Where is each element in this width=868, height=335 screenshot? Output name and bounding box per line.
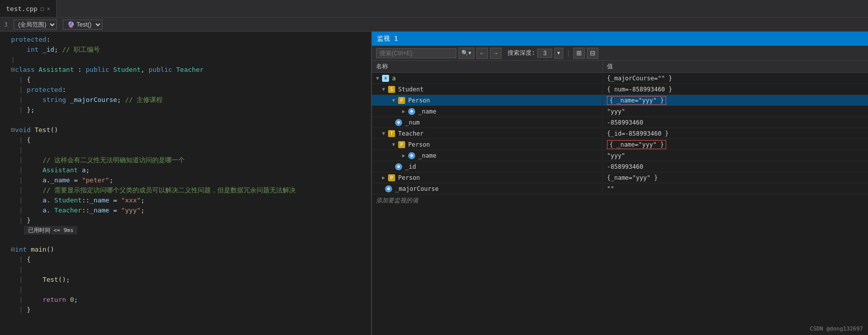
depth-dropdown-button[interactable]: ▾ [554, 48, 563, 59]
expand-arrow-name[interactable] [402, 153, 405, 158]
code-line: ⊟int main() [4, 245, 371, 255]
field-icon: ● [395, 163, 402, 170]
class-icon: P [398, 97, 405, 104]
code-line: | protected: [4, 85, 371, 95]
code-line: | // 这样会有二义性无法明确知道访问的是哪一个 [4, 155, 371, 165]
watch-cell-value: -858993460 [603, 119, 868, 127]
watch-row-person-teacher[interactable]: P Person { _name="yyy" } [372, 139, 868, 150]
watch-cell-name: ● _name [372, 152, 603, 160]
watch-column-header: 名称 值 [372, 61, 868, 73]
var-icon: a [382, 75, 389, 82]
watch-cell-name: ● _num [372, 119, 603, 127]
expand-arrow-person-teacher[interactable] [392, 142, 395, 147]
code-line [4, 235, 371, 245]
expand-arrow-a[interactable] [376, 75, 379, 81]
expand-arrow-person-student[interactable] [392, 97, 395, 103]
code-line: | { [4, 255, 371, 265]
watch-cell-name: ● _name [372, 107, 603, 116]
column-name-header: 名称 [372, 62, 603, 71]
watch-option-btn2[interactable]: ⊟ [587, 48, 598, 59]
search-depth-input[interactable] [537, 49, 552, 58]
search-options-button[interactable]: 🔍▾ [458, 48, 474, 59]
file-tab[interactable]: test.cpp □ × [0, 0, 57, 17]
watch-cell-value: {_id=-858993460 } [603, 130, 868, 138]
field-icon: ● [385, 185, 392, 192]
code-line: | [4, 55, 371, 65]
code-line: protected: [4, 35, 371, 45]
class-icon: S [388, 86, 395, 93]
watch-row-person-student[interactable]: P Person { _name="yyy" } [372, 95, 868, 106]
code-line: | } [4, 305, 371, 315]
watch-option-btn1[interactable]: ⊞ [573, 48, 585, 59]
expand-arrow-teacher[interactable] [382, 131, 385, 136]
code-line: | a._name = "peter"; [4, 175, 371, 185]
tab-filename: test.cpp [6, 5, 38, 13]
search-depth-label: 搜索深度: [508, 49, 535, 57]
watch-row-student[interactable]: S Student { num=-858993460 } [372, 84, 868, 95]
class-icon: P [398, 141, 405, 148]
watch-row-teacher[interactable]: T Teacher {_id=-858993460 } [372, 128, 868, 139]
watch-row-person-a[interactable]: P Person {_name="yyy" } [372, 172, 868, 183]
expand-arrow-name[interactable] [402, 108, 405, 114]
elapsed-label: 已用时间 <= 9ms [24, 226, 77, 235]
watch-title-bar: 监视 1 [372, 32, 868, 46]
watch-cell-name: a a [372, 74, 603, 82]
code-line: | a. Student::_name = "xxx"; [4, 195, 371, 205]
expand-arrow-person-a[interactable] [382, 175, 385, 180]
class-icon: P [388, 174, 395, 181]
search-back-button[interactable]: ← [476, 48, 488, 59]
watch-cell-value: "" [603, 185, 868, 193]
expand-arrow-student[interactable] [382, 86, 385, 92]
watch-table[interactable]: a a {_majorCourse="" } S Student { num=-… [372, 73, 868, 335]
watch-cell-value: { _name="yyy" } [603, 141, 868, 149]
column-value-header: 值 [603, 62, 868, 71]
class-icon: T [388, 130, 395, 137]
code-line: | string _majorCourse; // 主修课程 [4, 95, 371, 105]
watch-row-a[interactable]: a a {_majorCourse="" } [372, 73, 868, 84]
search-forward-button[interactable]: → [490, 48, 502, 59]
code-line: | { [4, 75, 371, 85]
watch-row-num[interactable]: ● _num -858993460 [372, 117, 868, 128]
watch-toolbar: 🔍▾ ← → 搜索深度: ▾ | ⊞ ⊟ [372, 46, 868, 61]
watch-cell-value: "yyy" [603, 152, 868, 160]
watch-cell-value: {_majorCourse="" } [603, 74, 868, 82]
watch-cell-value: -858993460 [603, 163, 868, 171]
code-line: | Test(); [4, 275, 371, 285]
main-layout: protected: int _id; // 职工编号 | ⊟class Ass… [0, 32, 868, 335]
code-line: | } [4, 215, 371, 226]
watch-cell-name: P Person [372, 96, 603, 104]
field-icon: ● [408, 108, 415, 115]
watch-row-id[interactable]: ● _id -858993460 [372, 161, 868, 172]
code-line: | { [4, 135, 371, 145]
breadcrumb-line: 3 [4, 21, 8, 28]
watch-cell-value: {_name="yyy" } [603, 174, 868, 182]
watch-title: 监视 1 [377, 34, 398, 43]
watch-cell-name: S Student [372, 85, 603, 93]
watch-cell-name: T Teacher [372, 130, 603, 138]
breadcrumb-scope-select[interactable]: (全局范围) [14, 20, 57, 30]
watch-cell-name: ● _id [372, 163, 603, 171]
code-line: | // 需要显示指定访问哪个父类的成员可以解决二义性问题，但是数据冗余问题无法… [4, 185, 371, 195]
tab-close-icon[interactable]: × [47, 6, 50, 12]
red-border-value: { _name="yyy" } [607, 96, 666, 105]
watch-search-input[interactable] [376, 48, 456, 58]
breadcrumb-function-select[interactable]: 🔮 Test() [63, 20, 102, 30]
code-editor[interactable]: protected: int _id; // 职工编号 | ⊟class Ass… [0, 32, 371, 335]
watch-row-name-teacher[interactable]: ● _name "yyy" [372, 150, 868, 161]
watch-panel: 监视 1 🔍▾ ← → 搜索深度: ▾ | ⊞ ⊟ 名称 值 [371, 32, 868, 335]
watch-cell-name: P Person [372, 174, 603, 182]
watch-cell-name: P Person [372, 141, 603, 149]
code-line [4, 115, 371, 125]
field-icon: ● [408, 152, 415, 159]
code-line: int _id; // 职工编号 [4, 45, 371, 55]
code-line: | [4, 265, 371, 275]
code-line: ⊟class Assistant : public Student, publi… [4, 65, 371, 75]
watch-row-majorCourse[interactable]: ● _majorCourse "" [372, 183, 868, 194]
add-watch-row[interactable]: 添加要监视的项 [372, 194, 868, 207]
tab-pin-icon[interactable]: □ [41, 6, 44, 12]
watch-cell-value: "yyy" [603, 107, 868, 116]
watch-row-name-student[interactable]: ● _name "yyy" [372, 106, 868, 117]
code-line: | }; [4, 105, 371, 115]
code-line: | [4, 145, 371, 155]
watch-cell-name: ● _majorCourse [372, 185, 603, 193]
